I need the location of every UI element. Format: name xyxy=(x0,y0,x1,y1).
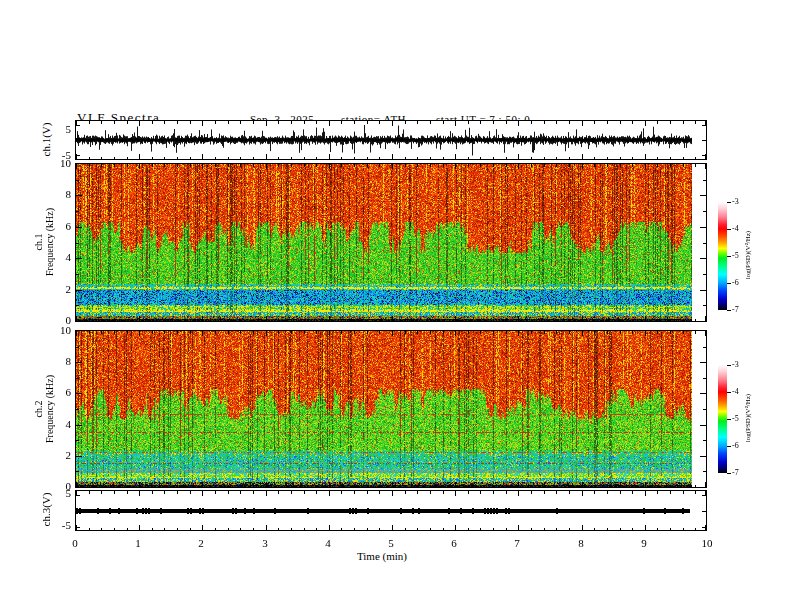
tick-mark xyxy=(89,157,90,160)
tick-mark xyxy=(544,331,545,334)
tick-mark xyxy=(518,316,519,321)
tick-mark xyxy=(683,319,684,322)
tick-mark xyxy=(228,528,229,531)
tick-mark xyxy=(620,121,621,124)
freq-tick-label-sp1: 6 xyxy=(43,221,71,232)
tick-mark xyxy=(89,121,90,124)
tick-mark xyxy=(76,290,82,291)
tick-mark xyxy=(443,164,444,167)
tick-mark xyxy=(506,121,507,124)
tick-mark xyxy=(152,121,153,124)
tick-mark xyxy=(190,485,191,488)
colorbar-tick-mark xyxy=(727,310,731,311)
tick-mark xyxy=(278,319,279,322)
tick-mark xyxy=(392,316,393,321)
tick-mark xyxy=(291,164,292,167)
tick-mark xyxy=(240,528,241,531)
tick-mark xyxy=(702,495,706,496)
tick-mark xyxy=(582,154,583,159)
tick-mark xyxy=(89,491,90,494)
tick-mark xyxy=(127,319,128,322)
tick-mark xyxy=(190,491,191,494)
ch3-waveform-canvas xyxy=(76,491,706,530)
tick-mark xyxy=(468,491,469,494)
tick-mark xyxy=(405,491,406,494)
tick-mark xyxy=(670,319,671,322)
tick-mark xyxy=(76,393,82,394)
freq-tick-label-sp2: 10 xyxy=(43,325,71,336)
tick-mark xyxy=(700,362,706,363)
tick-mark xyxy=(177,331,178,334)
tick-mark xyxy=(114,164,115,167)
time-tick-label: 1 xyxy=(123,538,153,549)
tick-mark xyxy=(582,525,583,530)
tick-mark xyxy=(253,491,254,494)
tick-mark xyxy=(544,164,545,167)
tick-mark xyxy=(700,258,706,259)
tick-mark xyxy=(443,485,444,488)
tick-mark xyxy=(443,331,444,334)
tick-mark xyxy=(443,157,444,160)
tick-mark xyxy=(316,331,317,334)
tick-mark xyxy=(76,511,80,512)
ch2-spectrogram-panel xyxy=(75,330,707,488)
tick-mark xyxy=(405,331,406,334)
tick-mark xyxy=(76,195,82,196)
tick-mark xyxy=(228,491,229,494)
tick-mark xyxy=(266,154,267,159)
tick-mark xyxy=(316,528,317,531)
tick-mark xyxy=(695,331,696,334)
tick-mark xyxy=(468,164,469,167)
tick-mark xyxy=(531,157,532,160)
tick-mark xyxy=(683,528,684,531)
tick-mark xyxy=(291,491,292,494)
tick-mark xyxy=(556,331,557,334)
tick-mark xyxy=(253,319,254,322)
tick-mark xyxy=(266,491,267,496)
tick-mark xyxy=(266,331,267,336)
tick-mark xyxy=(703,378,706,379)
tick-mark xyxy=(405,164,406,167)
tick-mark xyxy=(76,316,77,321)
tick-mark xyxy=(632,164,633,167)
tick-mark xyxy=(76,331,77,336)
colorbar-tick-label: -5 xyxy=(732,252,750,260)
tick-mark xyxy=(316,164,317,167)
time-tick-label: 4 xyxy=(313,538,343,549)
tick-mark xyxy=(531,491,532,494)
tick-mark xyxy=(705,164,706,169)
tick-mark xyxy=(480,164,481,167)
tick-mark xyxy=(582,164,583,169)
tick-mark xyxy=(253,157,254,160)
tick-mark xyxy=(518,491,519,496)
tick-mark xyxy=(215,528,216,531)
tick-mark xyxy=(670,331,671,334)
tick-mark xyxy=(430,331,431,334)
tick-mark xyxy=(76,155,80,156)
tick-mark xyxy=(544,157,545,160)
colorbar-tick-mark xyxy=(727,392,731,393)
tick-mark xyxy=(594,164,595,167)
tick-mark xyxy=(430,319,431,322)
tick-mark xyxy=(278,121,279,124)
tick-mark xyxy=(582,482,583,487)
tick-mark xyxy=(569,164,570,167)
tick-mark xyxy=(76,243,79,244)
tick-mark xyxy=(632,491,633,494)
colorbar-ch2 xyxy=(718,365,727,473)
tick-mark xyxy=(702,155,706,156)
tick-mark xyxy=(703,305,706,306)
tick-mark xyxy=(190,121,191,124)
tick-mark xyxy=(89,164,90,167)
tick-mark xyxy=(379,164,380,167)
tick-mark xyxy=(139,316,140,321)
tick-mark xyxy=(683,331,684,334)
tick-mark xyxy=(316,491,317,494)
tick-mark xyxy=(632,121,633,124)
tick-mark xyxy=(480,485,481,488)
tick-mark xyxy=(703,243,706,244)
tick-mark xyxy=(76,180,79,181)
tick-mark xyxy=(215,319,216,322)
tick-mark xyxy=(392,482,393,487)
tick-mark xyxy=(683,121,684,124)
